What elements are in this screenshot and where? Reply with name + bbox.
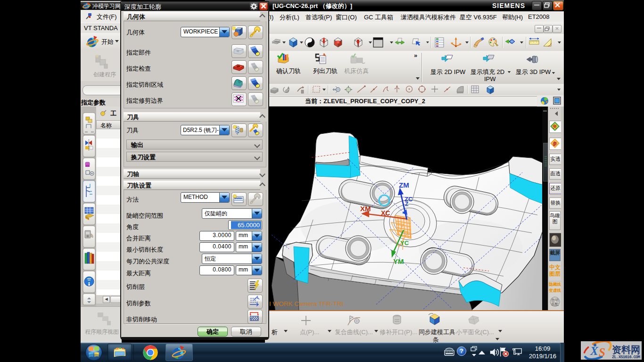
svg-text:S: S xyxy=(599,346,605,359)
svg-text:YM: YM xyxy=(393,257,404,265)
svg-text:参: 参 xyxy=(552,141,557,146)
svg-text:夹: 夹 xyxy=(552,124,558,129)
svg-text:资料网: 资料网 xyxy=(612,345,640,355)
svg-text:XC: XC xyxy=(381,209,390,217)
svg-text:ZM: ZM xyxy=(399,181,409,189)
svg-text:I WORK Camera TFR-TRI: I WORK Camera TFR-TRI xyxy=(269,300,343,307)
svg-text:X: X xyxy=(590,345,599,357)
svg-text:ZL.XS1616.COM: ZL.XS1616.COM xyxy=(612,355,640,360)
svg-text:YC: YC xyxy=(400,239,409,247)
svg-text:装配: 装配 xyxy=(551,302,559,306)
svg-text:Z: Z xyxy=(405,201,408,207)
svg-text:自动: 自动 xyxy=(551,298,559,302)
svg-text:XM: XM xyxy=(360,205,371,213)
